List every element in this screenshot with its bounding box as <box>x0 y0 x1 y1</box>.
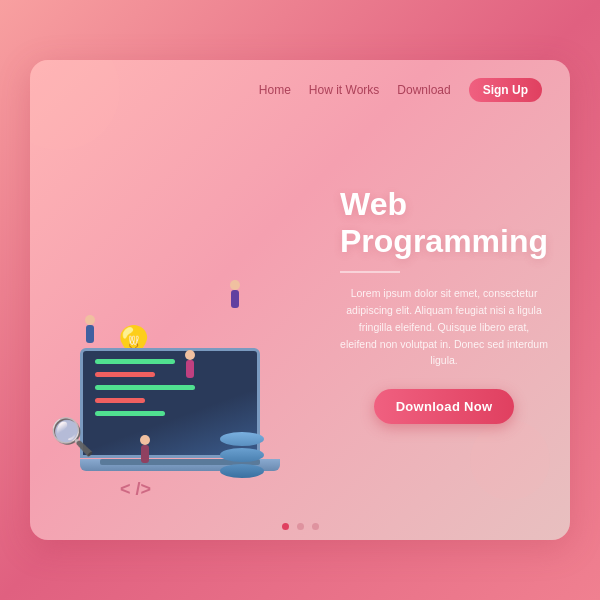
code-line-5 <box>95 411 165 416</box>
hero-text-area: Web Programming Lorem ipsum dolor sit em… <box>330 102 570 518</box>
code-line-4 <box>95 398 145 403</box>
dot-2[interactable] <box>297 523 304 530</box>
nav-download[interactable]: Download <box>397 83 450 97</box>
person-2-body <box>231 290 239 308</box>
magnifier-icon: 🔍 <box>50 416 95 458</box>
pagination-dots <box>30 518 570 540</box>
person-2-head <box>230 280 240 290</box>
person-4-body <box>141 445 149 463</box>
hero-title: Web Programming <box>340 186 548 260</box>
illustration-area: 💡 <box>30 102 330 518</box>
disc-2 <box>220 448 264 462</box>
nav-home[interactable]: Home <box>259 83 291 97</box>
main-content: 💡 <box>30 102 570 518</box>
data-stack-icon <box>220 432 264 480</box>
dot-1[interactable] <box>282 523 289 530</box>
title-divider <box>340 271 400 273</box>
hero-description: Lorem ipsum dolor sit emet, consectetur … <box>340 285 548 369</box>
disc-1 <box>220 432 264 446</box>
code-line-1 <box>95 359 175 364</box>
person-3 <box>185 350 195 378</box>
person-4-head <box>140 435 150 445</box>
disc-3 <box>220 464 264 478</box>
nav-how-it-works[interactable]: How it Works <box>309 83 379 97</box>
title-line-1: Web <box>340 186 407 222</box>
person-1-body <box>86 325 94 343</box>
signup-button[interactable]: Sign Up <box>469 78 542 102</box>
person-1 <box>85 315 95 343</box>
code-line-3 <box>95 385 195 390</box>
person-3-head <box>185 350 195 360</box>
person-3-body <box>186 360 194 378</box>
code-line-2 <box>95 372 155 377</box>
dot-3[interactable] <box>312 523 319 530</box>
person-4 <box>140 435 150 463</box>
person-1-head <box>85 315 95 325</box>
download-button[interactable]: Download Now <box>374 389 515 424</box>
landing-card: Home How it Works Download Sign Up 💡 <box>30 60 570 540</box>
title-line-2: Programming <box>340 223 548 259</box>
navbar: Home How it Works Download Sign Up <box>30 60 570 102</box>
person-2 <box>230 280 240 308</box>
code-tag-icon: < /> <box>120 479 151 500</box>
